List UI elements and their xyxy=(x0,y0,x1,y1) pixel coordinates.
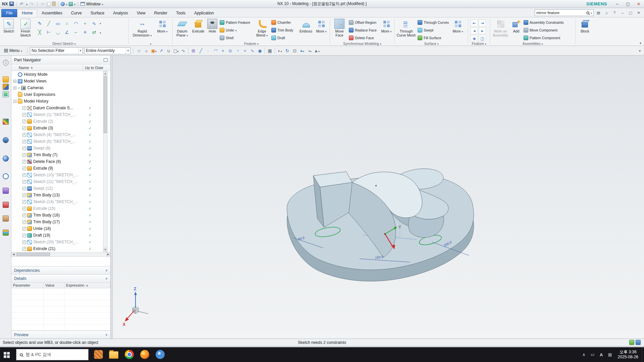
select-priority-icon[interactable]: ◈ xyxy=(143,47,150,54)
swept-button[interactable]: Swept xyxy=(417,26,451,34)
scroll-down-icon[interactable]: ▼ xyxy=(103,247,107,252)
cut-icon[interactable]: ✂ xyxy=(40,1,46,7)
minimize-button[interactable]: – xyxy=(612,0,623,8)
sketch-row-dropdown-icon[interactable] xyxy=(100,21,101,25)
point-on-curve-icon[interactable]: ∿ xyxy=(249,47,256,54)
show-desktop-button[interactable] xyxy=(642,347,644,362)
manufacturing-wizards-icon[interactable] xyxy=(3,202,9,208)
sketch-more-button[interactable]: More xyxy=(155,18,170,41)
paste-icon[interactable] xyxy=(52,2,56,6)
child-close-icon[interactable]: ✕ xyxy=(635,9,642,16)
draft-button[interactable]: Draft xyxy=(270,34,298,42)
mid-point-icon[interactable]: ∙ xyxy=(205,47,212,54)
show-hide-icon[interactable]: ◐ xyxy=(276,47,283,54)
system-materials-icon[interactable] xyxy=(3,230,9,236)
tree-vertical-scrollbar[interactable]: ▲ ▼ xyxy=(103,71,108,252)
preview-section[interactable]: Preview ∨ xyxy=(11,330,110,339)
control-point-icon[interactable]: ◠ xyxy=(212,47,219,54)
tree-item[interactable]: ✓Trim Body (16)✓ xyxy=(11,212,110,219)
unite-button[interactable]: Unite xyxy=(219,26,254,34)
intersection-point-icon[interactable]: × xyxy=(219,47,226,54)
feature-checkbox[interactable]: ✓ xyxy=(22,214,26,217)
taskbar-search[interactable]: 웹 & PC 검색 xyxy=(16,349,89,360)
tree-item[interactable]: ✓Extrude (15)✓ xyxy=(11,205,110,212)
feature-group-label[interactable]: Feature xyxy=(173,41,329,46)
feature-checkbox[interactable]: ✓ xyxy=(22,180,26,184)
firefox-icon[interactable] xyxy=(137,347,152,362)
sync-more-button[interactable]: More xyxy=(379,18,393,41)
feature-checkbox[interactable]: ✓ xyxy=(22,153,26,157)
gallery-last-icon[interactable]: ⇥ xyxy=(479,19,486,26)
snap-magnet-icon[interactable]: ∪ xyxy=(165,47,172,54)
feature-gallery-group-label[interactable]: Feature xyxy=(469,41,489,46)
scrollbar-thumb[interactable] xyxy=(16,253,50,256)
part-navigator-icon[interactable] xyxy=(3,91,9,97)
tree-item[interactable]: ✓Delete Face (8)✓ xyxy=(11,158,110,165)
profile-icon[interactable]: ✎ xyxy=(36,19,44,27)
work-on-assembly-button[interactable]: Work on Assembly xyxy=(491,18,510,41)
tool-palette-icon[interactable] xyxy=(69,2,73,6)
history-icon[interactable] xyxy=(3,173,9,179)
feature-checkbox[interactable]: ✓ xyxy=(22,187,26,190)
help-icon[interactable]: ? xyxy=(611,9,618,16)
dependencies-section[interactable]: Dependencies ∨ xyxy=(11,266,110,274)
tree-item[interactable]: ✓Sketch (11) "SKETCH_...✓ xyxy=(11,178,110,185)
tree-item[interactable]: ✓Sketch (20) "SKETCH_...✓ xyxy=(11,239,110,245)
gallery-first-icon[interactable]: ⇤ xyxy=(471,19,478,26)
offset-region-button[interactable]: Offset Region xyxy=(348,18,379,26)
expander-icon[interactable]: + xyxy=(13,86,16,89)
sketch-row2-dropdown-icon[interactable] xyxy=(100,30,101,35)
tree-item[interactable]: ✓Trim Body (7)✓ xyxy=(11,152,110,158)
point-on-surface-icon[interactable]: ◉ xyxy=(256,47,263,54)
hole-button[interactable]: Hole xyxy=(206,18,219,41)
feature-checkbox[interactable]: ✓ xyxy=(22,140,26,143)
make-corner-icon[interactable]: ⌐ xyxy=(72,28,80,36)
tree-item[interactable]: ✓Draft (19)✓ xyxy=(11,232,110,239)
pattern-feature-gallery-icon[interactable]: ◈ xyxy=(471,35,478,42)
constraint-navigator-icon[interactable] xyxy=(3,84,9,90)
scroll-right-icon[interactable]: ▶ xyxy=(106,252,110,256)
window-menu-label[interactable]: Window xyxy=(86,2,101,6)
tree-item[interactable]: ✓Trim Body (17)✓ xyxy=(11,219,110,225)
move-face-button[interactable]: Move Face xyxy=(331,18,348,41)
edge-blend-button[interactable]: Edge Blend xyxy=(254,18,270,41)
tab-curve[interactable]: Curve xyxy=(67,9,86,17)
tree-item[interactable]: ✓Sketch (5) "SKETCH_...✓ xyxy=(11,138,110,145)
save-icon[interactable] xyxy=(9,2,14,6)
assembly-navigator-icon[interactable] xyxy=(3,76,9,82)
hd3d-tools-icon[interactable] xyxy=(3,137,9,143)
close-button[interactable]: ✕ xyxy=(633,0,644,8)
details-col-parameter[interactable]: Parameter xyxy=(11,283,44,288)
process-studio-icon[interactable] xyxy=(3,188,9,194)
circle-icon[interactable]: ○ xyxy=(63,19,71,27)
tree-item[interactable]: ✓Datum Coordinate S...✓ xyxy=(11,105,110,111)
cat-photo-app-icon[interactable] xyxy=(91,347,106,362)
tree-horizontal-scrollbar[interactable]: ◀ ▶ xyxy=(11,252,110,257)
feature-checkbox[interactable]: ✓ xyxy=(22,167,26,170)
add-component-button[interactable]: Add xyxy=(510,18,523,41)
taskbar-clock[interactable]: 오후 3:36 2025-08-26 xyxy=(614,350,642,360)
tab-surface[interactable]: Surface xyxy=(86,9,109,17)
tree-item[interactable]: ✓Extrude (21)✓ xyxy=(11,245,110,252)
selection-filter-dropdown[interactable]: No Selection Filter▾ xyxy=(30,47,83,54)
ribbon-options-icon[interactable]: ▾ xyxy=(640,41,641,45)
refresh-icon[interactable]: ↻ xyxy=(284,47,291,54)
feature-checkbox[interactable]: ✓ xyxy=(22,113,26,117)
feature-checkbox[interactable]: ✓ xyxy=(22,193,26,197)
scroll-up-icon[interactable]: ▲ xyxy=(103,71,107,76)
studio-spline-icon[interactable]: ∿ xyxy=(90,19,98,27)
command-finder-box[interactable]: mirror feature xyxy=(535,9,594,16)
tab-file[interactable]: File xyxy=(1,9,17,17)
graphics-window[interactable]: Y 50.0150.0200.0 Z X xyxy=(113,56,644,339)
toolbar-options-icon[interactable]: ▾ xyxy=(639,49,643,53)
feature-checkbox[interactable]: ✓ xyxy=(22,160,26,164)
quadrant-point-icon[interactable]: ◔ xyxy=(234,47,241,54)
offset-curve-icon[interactable]: ≡ xyxy=(81,28,89,36)
gallery-prev-icon[interactable]: ◂ xyxy=(471,27,478,34)
tree-item[interactable]: ✓Swept (12)✓ xyxy=(11,185,110,192)
tree-item[interactable]: ✓Sketch (4) "SKETCH_...✓ xyxy=(11,131,110,138)
assemblies-group-label[interactable]: Assemblies xyxy=(490,41,575,46)
feature-checkbox[interactable]: ✓ xyxy=(22,126,26,130)
feature-checkbox[interactable]: ✓ xyxy=(22,106,26,110)
extend-selection-icon[interactable]: ↗ xyxy=(158,47,165,54)
